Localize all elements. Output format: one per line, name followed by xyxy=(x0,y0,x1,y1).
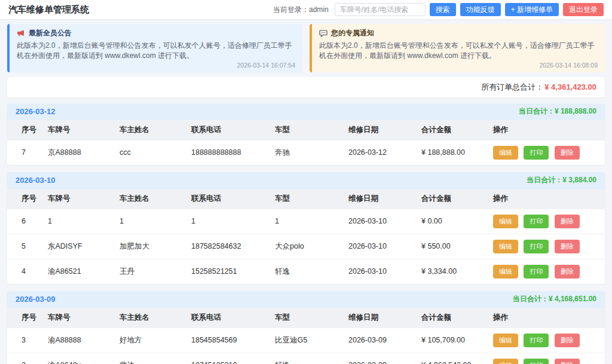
feedback-button[interactable]: 功能反馈 xyxy=(460,3,501,16)
cell-owner: 王丹 xyxy=(116,259,188,284)
cell-seq: 4 xyxy=(7,259,44,284)
megaphone-icon xyxy=(17,29,25,38)
column-header: 车主姓名 xyxy=(116,308,188,328)
notice-timestamp: 2026-03-14 16:08:09 xyxy=(319,62,598,69)
column-header: 序号 xyxy=(7,189,44,209)
column-header: 合计金额 xyxy=(418,189,489,209)
cell-owner: ccc xyxy=(116,140,188,165)
add-repair-order-button[interactable]: + 新增维修单 xyxy=(505,3,559,16)
page-title: 汽车维修单管理系统 xyxy=(8,4,89,16)
edit-button[interactable]: 编辑 xyxy=(493,215,518,228)
table-body: 6 1 1 1 1 2026-03-10 ¥ 0.00 编辑 打印 删除 5 东… xyxy=(7,209,605,284)
column-header: 合计金额 xyxy=(418,308,489,328)
column-header: 车型 xyxy=(271,308,345,328)
edit-button[interactable]: 编辑 xyxy=(493,240,518,253)
login-status: 当前登录：admin xyxy=(273,5,329,15)
print-button[interactable]: 打印 xyxy=(524,146,549,160)
cell-actions: 编辑 打印 删除 xyxy=(489,353,605,364)
cell-actions: 编辑 打印 删除 xyxy=(489,259,605,284)
orders-table: 序号车牌号车主姓名联系电话车型维修日期合计金额操作 3 渝A88888 好地方 … xyxy=(7,308,605,364)
group-header: 2026-03-10 当日合计：¥ 3,884.00 xyxy=(7,172,605,189)
group-date: 2026-03-09 xyxy=(16,295,56,304)
edit-button[interactable]: 编辑 xyxy=(493,146,518,160)
cell-phone: 1 xyxy=(188,209,271,234)
group-date: 2026-03-12 xyxy=(16,107,56,116)
login-label: 当前登录： xyxy=(273,5,309,14)
print-button[interactable]: 打印 xyxy=(524,334,549,347)
table-row: 3 渝A88888 好地方 18545854569 比亚迪G5 2026-03-… xyxy=(7,328,605,353)
notice-body: 此版本为2.0，新增后台账号管理和公告发布，可以私发个人账号，适合修理厂员工带手… xyxy=(319,41,598,61)
cell-phone: 18745125210 xyxy=(188,353,271,364)
announcement-title-row: 最新全员公告 xyxy=(17,28,295,38)
edit-button[interactable]: 编辑 xyxy=(493,334,518,347)
column-header: 序号 xyxy=(7,308,44,328)
column-header: 车主姓名 xyxy=(116,189,188,209)
cell-model: 轩逸 xyxy=(271,353,345,364)
cell-plate: 渝A8648y xyxy=(44,353,116,364)
speech-bubble-icon xyxy=(319,29,328,38)
print-button[interactable]: 打印 xyxy=(524,359,549,364)
table-row: 6 1 1 1 1 2026-03-10 ¥ 0.00 编辑 打印 删除 xyxy=(7,209,605,234)
table-head: 序号车牌号车主姓名联系电话车型维修日期合计金额操作 xyxy=(7,120,605,140)
notice-section: 最新全员公告 此版本为2.0，新增后台账号管理和公告发布，可以私发个人账号，适合… xyxy=(7,24,605,72)
personal-notice-card: 您的专属通知 此版本为2.0，新增后台账号管理和公告发布，可以私发个人账号，适合… xyxy=(310,24,605,72)
table-row: 5 东ADISYF 加肥加大 187582584632 大众polo 2026-… xyxy=(7,234,605,259)
cell-owner: 萨达 xyxy=(116,353,188,364)
print-button[interactable]: 打印 xyxy=(524,240,549,253)
search-input[interactable] xyxy=(335,3,426,16)
grand-total-label: 所有订单总合计： xyxy=(481,82,543,93)
cell-seq: 7 xyxy=(7,140,44,165)
delete-button[interactable]: 删除 xyxy=(555,334,580,347)
search-button[interactable]: 搜索 xyxy=(430,3,456,16)
column-header: 操作 xyxy=(489,308,605,328)
cell-model: 1 xyxy=(271,209,345,234)
column-header: 联系电话 xyxy=(188,189,271,209)
cell-model: 奔驰 xyxy=(271,140,345,165)
date-group: 2026-03-09 当日合计：¥ 4,168,651.00 序号车牌号车主姓名… xyxy=(7,291,605,364)
table-body: 3 渝A88888 好地方 18545854569 比亚迪G5 2026-03-… xyxy=(7,328,605,364)
daily-total: 当日合计：¥ 188,888.00 xyxy=(519,106,596,117)
cell-owner: 加肥加大 xyxy=(116,234,188,259)
cell-phone: 18545854569 xyxy=(188,328,271,353)
cell-date: 2026-03-10 xyxy=(345,259,418,284)
cell-seq: 6 xyxy=(7,209,44,234)
delete-button[interactable]: 删除 xyxy=(555,240,580,253)
cell-owner: 好地方 xyxy=(116,328,188,353)
table-row: 4 渝A86521 王丹 15258521251 轩逸 2026-03-10 ¥… xyxy=(7,259,605,284)
topbar-controls: 当前登录：admin 搜索 功能反馈 + 新增维修单 退出登录 xyxy=(273,3,604,16)
login-user: admin xyxy=(309,5,329,14)
cell-plate: 渝A86521 xyxy=(44,259,116,284)
cell-seq: 2 xyxy=(7,353,44,364)
column-header: 序号 xyxy=(7,120,44,140)
cell-amount: ¥ 4,062,542.00 xyxy=(418,353,489,364)
edit-button[interactable]: 编辑 xyxy=(493,265,518,279)
print-button[interactable]: 打印 xyxy=(524,215,549,228)
cell-actions: 编辑 打印 删除 xyxy=(489,234,605,259)
cell-date: 2026-03-10 xyxy=(345,234,418,259)
delete-button[interactable]: 删除 xyxy=(555,146,580,160)
table-body: 7 京A88888 ccc 188888888888 奔驰 2026-03-12… xyxy=(7,140,605,165)
cell-owner: 1 xyxy=(116,209,188,234)
edit-button[interactable]: 编辑 xyxy=(493,359,518,364)
print-button[interactable]: 打印 xyxy=(524,265,549,279)
cell-phone: 188888888888 xyxy=(188,140,271,165)
cell-model: 大众polo xyxy=(271,234,345,259)
delete-button[interactable]: 删除 xyxy=(555,265,580,279)
cell-actions: 编辑 打印 删除 xyxy=(489,328,605,353)
table-header-row: 序号车牌号车主姓名联系电话车型维修日期合计金额操作 xyxy=(7,189,605,209)
table-head: 序号车牌号车主姓名联系电话车型维修日期合计金额操作 xyxy=(7,308,605,328)
cell-amount: ¥ 0.00 xyxy=(418,209,489,234)
cell-plate: 东ADISYF xyxy=(44,234,116,259)
logout-button[interactable]: 退出登录 xyxy=(563,3,604,16)
groups-container: 2026-03-12 当日合计：¥ 188,888.00 序号车牌号车主姓名联系… xyxy=(0,103,612,364)
column-header: 车型 xyxy=(271,189,345,209)
notice-title: 您的专属通知 xyxy=(331,28,374,38)
cell-plate: 1 xyxy=(44,209,116,234)
column-header: 车主姓名 xyxy=(116,120,188,140)
grand-total-value: ¥ 4,361,423.00 xyxy=(544,82,596,91)
cell-amount: ¥ 3,334.00 xyxy=(418,259,489,284)
orders-table: 序号车牌号车主姓名联系电话车型维修日期合计金额操作 6 1 1 1 1 2026… xyxy=(7,189,605,284)
delete-button[interactable]: 删除 xyxy=(555,359,580,364)
cell-plate: 渝A88888 xyxy=(44,328,116,353)
delete-button[interactable]: 删除 xyxy=(555,215,580,228)
